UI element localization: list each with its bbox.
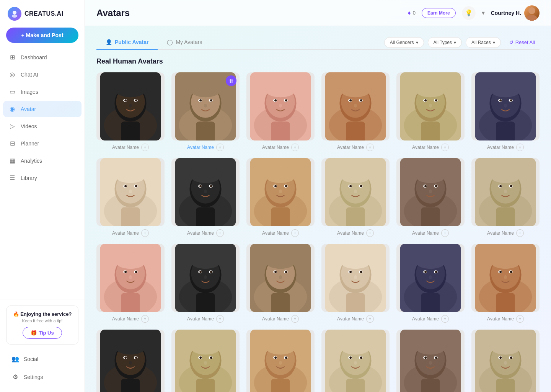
svg-point-200: [504, 275, 507, 279]
add-avatar-icon[interactable]: +: [516, 229, 524, 237]
svg-rect-50: [421, 122, 440, 140]
list-item[interactable]: Avatar Name +: [96, 330, 165, 392]
light-bulb-icon[interactable]: 💡: [462, 6, 476, 20]
avatar-image: [246, 158, 315, 226]
list-item[interactable]: Avatar Name +: [396, 158, 465, 237]
type-filter[interactable]: All Types ▾: [428, 37, 462, 48]
svg-rect-72: [121, 207, 140, 226]
user-name: Courtney H.: [491, 10, 521, 16]
sidebar-item-planner[interactable]: ⊟ Planner: [3, 135, 82, 152]
avatar-name-row: Avatar Name +: [112, 315, 149, 323]
list-item[interactable]: Avatar Name +: [321, 72, 390, 151]
list-item[interactable]: Avatar Name +: [396, 330, 465, 392]
svg-point-89: [210, 185, 212, 187]
list-item[interactable]: Avatar Name +: [96, 72, 165, 151]
sidebar-item-images[interactable]: ▭ Images: [3, 83, 82, 100]
svg-rect-259: [496, 379, 515, 392]
add-avatar-icon[interactable]: +: [291, 144, 299, 151]
add-avatar-icon[interactable]: +: [291, 315, 299, 323]
svg-point-222: [204, 361, 207, 365]
add-avatar-icon[interactable]: +: [141, 315, 149, 323]
list-item[interactable]: Avatar Name +: [321, 330, 390, 392]
add-avatar-icon[interactable]: +: [441, 229, 449, 237]
avatar-name-row: Avatar Name +: [112, 229, 149, 237]
svg-point-22: [199, 99, 202, 101]
list-item[interactable]: Avatar Name +: [246, 72, 315, 151]
list-item[interactable]: Avatar Name +: [171, 244, 240, 323]
logo-text: CREATUS.AI: [24, 10, 64, 17]
list-item[interactable]: Avatar Name +: [246, 330, 315, 392]
svg-point-124: [414, 167, 446, 183]
tab-my-avatars[interactable]: ◯ My Avatars: [158, 35, 211, 50]
add-avatar-icon[interactable]: +: [141, 144, 149, 151]
svg-point-101: [279, 189, 282, 193]
add-avatar-icon[interactable]: +: [516, 315, 524, 323]
list-item[interactable]: Avatar Name +: [171, 330, 240, 392]
sidebar-item-analytics[interactable]: ▦ Analytics: [3, 152, 82, 169]
svg-point-90: [204, 189, 207, 193]
add-avatar-icon[interactable]: +: [141, 229, 149, 237]
tab-public-avatar[interactable]: 👤 Public Avatar: [96, 35, 158, 50]
list-item[interactable]: Avatar Name +: [396, 244, 465, 323]
add-avatar-icon[interactable]: +: [216, 315, 224, 323]
list-item[interactable]: Avatar Name +: [246, 244, 315, 323]
chevron-down-icon[interactable]: ▾: [482, 9, 485, 16]
sidebar-item-library[interactable]: ☰ Library: [3, 170, 82, 186]
sidebar-item-dashboard[interactable]: ⊞ Dashboard: [3, 49, 82, 65]
svg-point-34: [285, 99, 287, 101]
race-filter[interactable]: All Races ▾: [466, 37, 501, 48]
svg-point-44: [349, 99, 352, 101]
add-avatar-icon[interactable]: +: [366, 229, 374, 237]
list-item[interactable]: Avatar Name +: [171, 158, 240, 237]
gender-filter[interactable]: All Genders ▾: [384, 37, 424, 48]
add-avatar-icon[interactable]: +: [291, 229, 299, 237]
list-item[interactable]: Avatar Name +: [471, 330, 540, 392]
svg-point-36: [264, 81, 296, 98]
sidebar-item-chat[interactable]: ◎ Chat AI: [3, 66, 82, 83]
avatar-name-label: Avatar Name: [187, 316, 214, 322]
svg-point-232: [285, 356, 287, 359]
tip-button[interactable]: 🎁 Tip Us: [23, 327, 62, 339]
svg-point-157: [189, 252, 221, 269]
svg-point-69: [489, 81, 521, 98]
user-info[interactable]: Courtney H.: [491, 5, 540, 21]
sidebar-item-avatar[interactable]: ◉ Avatar: [3, 101, 82, 117]
list-item[interactable]: Avatar Name +: [246, 158, 315, 237]
avatar-name-label: Avatar Name: [262, 230, 289, 236]
list-item[interactable]: Avatar Name +: [471, 244, 540, 323]
svg-point-112: [354, 189, 357, 193]
list-item[interactable]: Avatar Name +: [471, 158, 540, 237]
delete-icon[interactable]: 🗑: [226, 75, 236, 86]
add-avatar-icon[interactable]: +: [516, 144, 524, 151]
sidebar-item-settings[interactable]: ⚙ Settings: [6, 369, 78, 385]
add-avatar-icon[interactable]: +: [441, 144, 449, 151]
filters: All Genders ▾ All Types ▾ All Races ▾ ↺ …: [384, 37, 540, 48]
add-avatar-icon[interactable]: +: [216, 229, 224, 237]
list-item[interactable]: Avatar Name +: [471, 72, 540, 151]
add-avatar-icon[interactable]: +: [216, 144, 224, 151]
svg-point-13: [129, 104, 132, 108]
add-avatar-icon[interactable]: +: [366, 144, 374, 151]
sidebar-item-label: Planner: [21, 140, 39, 147]
avatar-name-label: Avatar Name: [112, 230, 139, 236]
sidebar-item-social[interactable]: 👥 Social: [6, 351, 78, 367]
sidebar-item-videos[interactable]: ▷ Videos: [3, 118, 82, 134]
reset-all-button[interactable]: ↺ Reset All: [505, 37, 540, 47]
avatar-image: [471, 72, 540, 140]
avatar-image: [246, 244, 315, 312]
chevron-down-icon: ▾: [454, 40, 456, 45]
svg-point-122: [435, 185, 437, 187]
list-item[interactable]: Avatar Name +: [96, 244, 165, 323]
list-item[interactable]: 🗑 Avatar Name +: [171, 72, 240, 151]
list-item[interactable]: Avatar Name +: [321, 158, 390, 237]
svg-rect-193: [496, 293, 515, 312]
avatar-name-label: Avatar Name: [262, 145, 289, 150]
list-item[interactable]: Avatar Name +: [96, 158, 165, 237]
add-avatar-icon[interactable]: +: [366, 315, 374, 323]
avatar-image: [396, 330, 465, 392]
earn-more-button[interactable]: Earn More: [422, 8, 456, 18]
add-avatar-icon[interactable]: +: [441, 315, 449, 323]
make-post-button[interactable]: + Make and Post: [6, 28, 78, 43]
list-item[interactable]: Avatar Name +: [321, 244, 390, 323]
list-item[interactable]: Avatar Name +: [396, 72, 465, 151]
